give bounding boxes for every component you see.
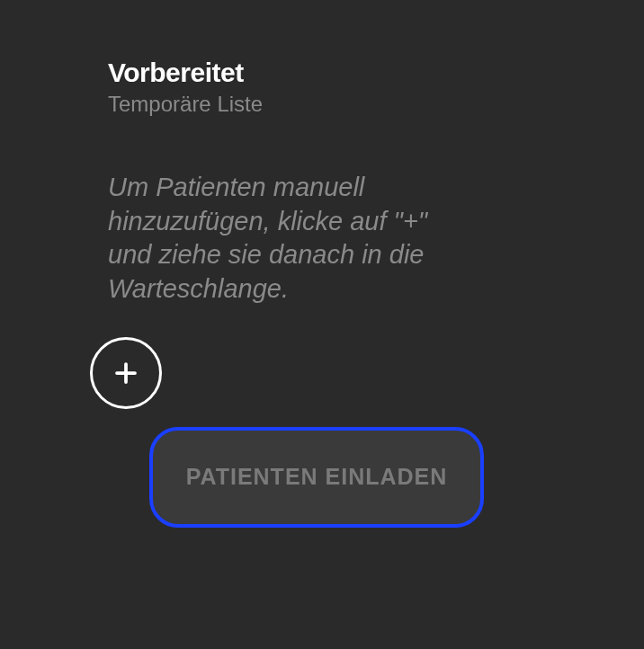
helper-text-prepared: Um Patienten manuell hinzuzufügen, klick… [108,171,468,307]
plus-icon [112,360,139,387]
add-patient-button[interactable] [90,337,162,409]
invite-patients-button[interactable]: PATIENTEN EINLADEN [149,427,484,528]
column-prepared-title: Vorbereitet [108,58,468,88]
column-prepared: Vorbereitet Temporäre Liste Um Patienten… [108,58,468,528]
column-prepared-subtitle: Temporäre Liste [108,92,468,117]
invite-patients-label: PATIENTEN EINLADEN [186,464,448,490]
